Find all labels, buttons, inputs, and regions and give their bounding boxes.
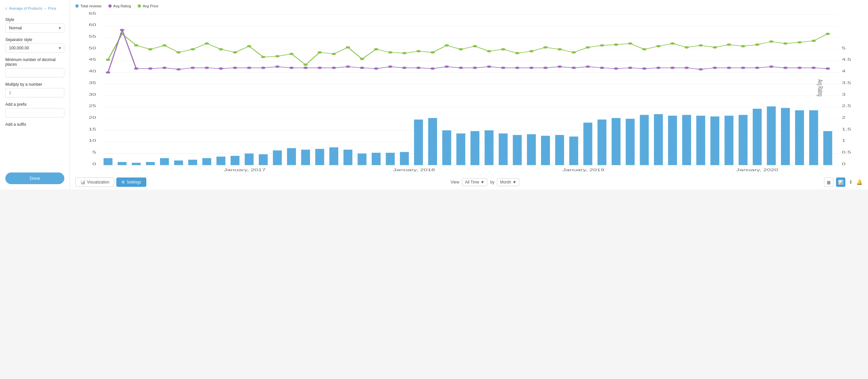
visualization-tab[interactable]: 📊 Visualization <box>75 177 114 187</box>
svg-point-166 <box>430 67 435 70</box>
done-button[interactable]: Done <box>5 173 64 184</box>
svg-point-118 <box>487 50 491 52</box>
svg-point-103 <box>275 55 279 57</box>
svg-point-175 <box>557 65 562 68</box>
svg-point-98 <box>205 42 209 45</box>
avg-rating-line <box>108 30 828 72</box>
chart-svg: 0 5 10 15 20 25 30 35 40 45 50 55 60 65 … <box>75 11 863 173</box>
gear-icon: ⚙ <box>121 180 125 184</box>
svg-point-156 <box>289 67 294 69</box>
svg-point-141 <box>811 40 816 42</box>
svg-point-167 <box>444 65 449 68</box>
svg-text:40: 40 <box>89 69 96 73</box>
svg-point-155 <box>275 65 279 68</box>
svg-point-192 <box>797 67 802 69</box>
svg-point-174 <box>543 67 548 69</box>
svg-rect-79 <box>668 116 677 165</box>
svg-point-133 <box>699 45 703 47</box>
svg-point-128 <box>628 42 632 45</box>
chart-view-button[interactable]: 📊 <box>836 177 845 187</box>
style-section: Style Normal Currency Percentage ▼ <box>5 17 64 33</box>
svg-rect-47 <box>216 156 225 165</box>
breadcrumb[interactable]: ‹ Average of Products → Price <box>5 5 64 11</box>
right-panel: Total reviews Avg Rating Avg Price 0 5 1… <box>70 0 868 190</box>
svg-point-101 <box>247 45 251 47</box>
separator-select[interactable]: 100,000.00 100.000,00 <box>5 43 64 53</box>
svg-point-183 <box>670 67 675 69</box>
svg-rect-89 <box>809 111 818 165</box>
svg-point-110 <box>374 48 378 50</box>
view-dropdown-icon: ▼ <box>480 180 485 184</box>
bar-chart-icon: 📊 <box>838 180 843 185</box>
svg-point-182 <box>656 67 661 69</box>
svg-rect-80 <box>682 115 691 165</box>
svg-point-94 <box>148 48 152 50</box>
y-axis-left: 0 5 10 15 20 25 30 35 40 45 50 55 60 65 <box>89 11 96 166</box>
svg-point-123 <box>557 48 562 50</box>
svg-rect-66 <box>485 130 494 165</box>
left-panel: ‹ Average of Products → Price Style Norm… <box>0 0 70 190</box>
svg-text:0: 0 <box>92 162 96 166</box>
svg-point-193 <box>811 67 816 69</box>
prefix-input[interactable] <box>5 108 64 117</box>
svg-text:0: 0 <box>842 162 846 166</box>
svg-rect-86 <box>767 107 776 165</box>
svg-point-185 <box>699 68 703 70</box>
svg-point-169 <box>473 67 477 69</box>
svg-rect-69 <box>527 134 536 165</box>
y-right-axis-label: Avg Rating <box>817 79 824 96</box>
svg-point-190 <box>769 65 773 68</box>
svg-text:45: 45 <box>89 58 96 61</box>
svg-rect-85 <box>753 109 762 165</box>
svg-point-116 <box>459 48 463 50</box>
svg-point-142 <box>826 33 830 35</box>
min-decimal-input[interactable] <box>5 68 64 78</box>
svg-point-188 <box>741 67 745 69</box>
svg-rect-82 <box>710 116 719 165</box>
bell-icon[interactable]: 🔔 <box>856 179 863 185</box>
svg-point-164 <box>402 67 406 69</box>
svg-point-187 <box>727 67 731 69</box>
svg-rect-39 <box>104 158 113 165</box>
multiply-input[interactable] <box>5 88 64 97</box>
svg-point-180 <box>628 67 632 69</box>
svg-text:60: 60 <box>89 23 96 27</box>
avg-price-label: Avg Price <box>143 4 158 8</box>
svg-rect-88 <box>795 111 804 165</box>
style-select[interactable]: Normal Currency Percentage <box>5 23 64 33</box>
svg-point-124 <box>572 51 576 54</box>
svg-rect-81 <box>696 116 705 165</box>
svg-rect-48 <box>231 156 240 165</box>
view-all-time-select[interactable]: All Time ▼ <box>462 178 488 186</box>
tab-buttons: 📊 Visualization ⚙ Settings <box>75 177 146 187</box>
svg-point-143 <box>106 71 110 74</box>
svg-point-125 <box>586 46 590 48</box>
svg-point-132 <box>684 46 689 48</box>
y-axis-right: 0 0.5 1 1.5 2 2.5 3 3.5 4 4.5 5 <box>842 47 851 166</box>
svg-point-149 <box>190 67 195 69</box>
svg-rect-42 <box>146 162 155 165</box>
svg-rect-43 <box>160 158 169 165</box>
svg-rect-65 <box>470 131 479 165</box>
svg-text:2: 2 <box>842 116 846 119</box>
suffix-label: Add a suffix <box>5 122 64 127</box>
svg-point-146 <box>148 67 152 70</box>
svg-text:January, 2019: January, 2019 <box>562 168 604 172</box>
svg-point-157 <box>303 67 308 69</box>
back-arrow-icon[interactable]: ‹ <box>5 5 7 11</box>
total-reviews-dot <box>75 4 79 8</box>
download-icon[interactable]: ⬇ <box>849 179 853 185</box>
svg-text:1.5: 1.5 <box>842 127 851 131</box>
total-reviews-label: Total reviews <box>80 4 102 8</box>
avg-rating-dots <box>106 29 830 74</box>
by-month-select[interactable]: Month ▼ <box>497 178 519 186</box>
table-view-button[interactable]: ▦ <box>824 177 833 187</box>
svg-point-139 <box>783 42 788 45</box>
svg-rect-75 <box>612 118 621 165</box>
svg-point-159 <box>332 67 336 69</box>
chart-container: 0 5 10 15 20 25 30 35 40 45 50 55 60 65 … <box>75 11 863 173</box>
svg-point-160 <box>346 65 350 68</box>
settings-tab[interactable]: ⚙ Settings <box>116 177 146 187</box>
svg-text:0.5: 0.5 <box>842 150 851 154</box>
svg-point-127 <box>614 43 618 46</box>
